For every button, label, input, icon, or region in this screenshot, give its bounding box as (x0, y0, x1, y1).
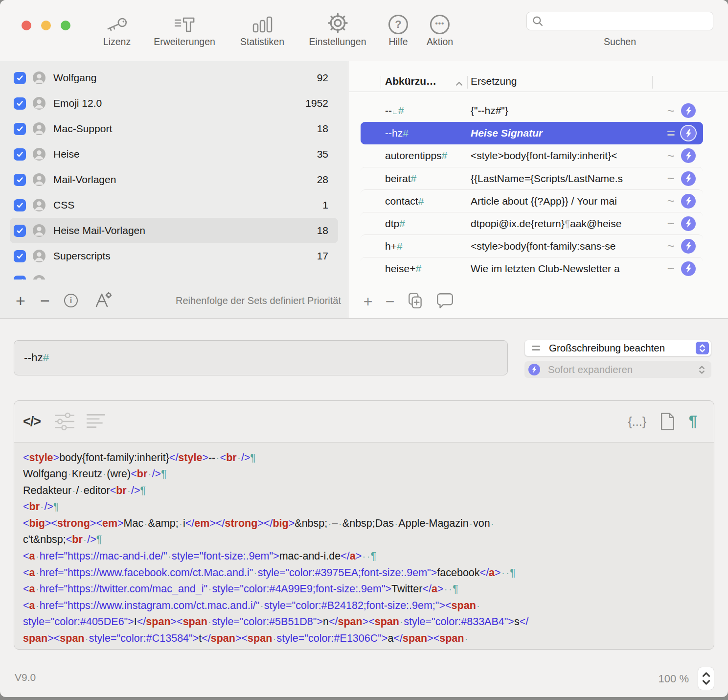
code-line: Wolfgang·Kreutz·(wre)<br·/>¶ (23, 466, 705, 483)
sort-ascending-icon (455, 79, 463, 88)
set-checkbox[interactable] (14, 225, 26, 237)
toolbar-item-action[interactable]: ••• Aktion (427, 11, 453, 47)
tilde-match-icon: ~ (663, 216, 679, 231)
abbreviation-text: -- (385, 105, 392, 116)
hash-marker: # (418, 195, 424, 207)
column-header-abbreviation[interactable]: Abkürzu… (385, 75, 436, 87)
set-row[interactable] (10, 269, 338, 280)
abbreviation-row[interactable]: h+#<style>body{font-family:sans-se~ (361, 234, 703, 257)
search-label: Suchen (526, 36, 713, 47)
search-input[interactable] (544, 16, 713, 26)
set-name: Heise (53, 148, 317, 160)
code-line: c't&nbsp;<br·/>¶ (23, 532, 705, 548)
set-checkbox[interactable] (14, 123, 26, 135)
set-info-button[interactable]: i (64, 294, 78, 307)
minimize-window-button[interactable] (41, 21, 51, 30)
abbreviation-value: --hz (24, 351, 43, 364)
code-line: <a·href="https://twitter.com/mac_and_i"·… (23, 581, 705, 598)
toolbar-item-extensions[interactable]: Erweiterungen (154, 11, 215, 47)
hash-marker: # (403, 127, 409, 139)
set-row[interactable]: CSS1 (10, 192, 338, 218)
pilcrow-marker: ¶ (565, 218, 570, 229)
code-line: span><span·style="color:#C13584">t</span… (23, 630, 705, 647)
abbreviation-text: heise+ (385, 263, 415, 274)
user-icon (33, 250, 46, 262)
comment-icon[interactable] (435, 292, 454, 311)
column-header-replacement[interactable]: Ersetzung (471, 75, 517, 87)
set-row[interactable]: Mac-Support18 (10, 116, 338, 141)
set-count: 28 (317, 174, 328, 186)
editor-toolbar: </> {...} ¶ (14, 401, 714, 443)
replacement-code[interactable]: <style>body{font-family:inherit}</style>… (14, 443, 714, 650)
case-mode-dropdown[interactable]: Großschreibung beachten (524, 340, 711, 356)
set-checkbox[interactable] (14, 148, 26, 161)
document-icon[interactable] (660, 412, 676, 431)
replacement-cell: dtpopi@ix.de{return}¶aak@heise (471, 218, 653, 230)
set-checkbox[interactable] (14, 250, 26, 262)
toolbar-label: Hilfe (388, 36, 408, 47)
toolbar-item-help[interactable]: ? Hilfe (388, 11, 408, 47)
zoom-stepper[interactable] (698, 667, 714, 690)
set-checkbox[interactable] (14, 97, 26, 110)
lightning-icon (681, 261, 696, 276)
user-icon (33, 148, 46, 161)
search-field[interactable] (526, 12, 713, 30)
set-row[interactable]: Superscripts17 (10, 243, 338, 269)
abbreviation-cell: heise+# (385, 263, 471, 275)
placeholder-braces-icon[interactable]: {...} (628, 415, 646, 429)
lightning-icon (681, 216, 696, 231)
align-text-icon[interactable] (86, 412, 106, 431)
remove-set-button[interactable]: − (40, 291, 50, 310)
abbreviation-text: --hz (385, 127, 403, 139)
abbreviation-input[interactable]: --hz# (14, 340, 508, 375)
set-store-icon[interactable] (93, 291, 112, 310)
abbreviations-panel: Abkürzu… Ersetzung --#{"--hz#"}~--hz#Hei… (349, 61, 728, 318)
tilde-match-icon: ~ (663, 239, 679, 253)
hash-marker: # (411, 173, 417, 184)
zoom-window-button[interactable] (61, 21, 70, 30)
abbreviation-row[interactable]: dtp#dtpopi@ix.de{return}¶aak@heise~ (361, 212, 703, 234)
set-row[interactable]: Heise Mail-Vorlagen18 (10, 218, 338, 243)
toolbar-item-settings[interactable]: Einstellungen (309, 11, 366, 47)
toolbar-item-license[interactable]: Lizenz (103, 11, 131, 47)
set-row[interactable]: Heise35 (10, 141, 338, 167)
add-abbreviation-button[interactable]: + (364, 293, 373, 311)
close-window-button[interactable] (22, 21, 31, 30)
abbreviation-row[interactable]: beirat#{{LastName={Scripts/LastName.s~ (361, 167, 703, 189)
set-name: Heise Mail-Vorlagen (53, 225, 317, 236)
hash-marker: # (415, 263, 421, 274)
abbreviation-row[interactable]: autorentipps#<style>body{font-family:inh… (361, 144, 703, 167)
code-line: <br·/>¶ (23, 499, 705, 515)
remove-abbreviation-button[interactable]: − (386, 293, 395, 311)
set-checkbox[interactable] (14, 276, 26, 280)
case-equals-icon (532, 344, 540, 352)
set-count: 1 (322, 199, 328, 211)
chevron-up-down-icon[interactable] (696, 342, 709, 354)
bar-chart-icon (240, 11, 284, 34)
expand-mode-dropdown[interactable]: Sofort expandieren (524, 361, 711, 378)
abbreviation-row[interactable]: contact#Article about {{?App}} / Your ma… (361, 189, 703, 212)
add-set-button[interactable]: + (16, 291, 25, 310)
tilde-match-icon: ~ (663, 171, 679, 186)
toolbar-label: Erweiterungen (154, 36, 215, 47)
set-row[interactable]: Mail-Vorlagen28 (10, 167, 338, 192)
toolbar-item-statistics[interactable]: Statistiken (240, 11, 284, 47)
duplicate-abbreviation-icon[interactable] (407, 292, 424, 311)
set-checkbox[interactable] (14, 199, 26, 211)
chevron-up-down-icon (698, 365, 705, 374)
html-mode-icon[interactable]: </> (23, 414, 41, 429)
toolbar-label: Statistiken (240, 36, 284, 47)
set-checkbox[interactable] (14, 72, 26, 84)
set-checkbox[interactable] (14, 174, 26, 186)
abbreviation-row[interactable]: heise+#Wie im letzten Club-Newsletter a~ (361, 257, 703, 280)
code-line: style="color:#405DE6">I</span><span·styl… (23, 614, 705, 630)
options-sliders-icon[interactable] (53, 411, 76, 432)
abbreviation-row[interactable]: --#{"--hz#"}~ (361, 99, 703, 122)
set-row[interactable]: Emoji 12.01952 (10, 91, 338, 116)
show-invisibles-icon[interactable]: ¶ (689, 413, 697, 430)
key-icon (103, 11, 131, 34)
set-row[interactable]: Wolfgang92 (10, 65, 338, 91)
replacement-cell: Heise Signatur (471, 127, 653, 139)
set-name: Emoji 12.0 (53, 97, 305, 109)
abbreviation-row[interactable]: --hz#Heise Signatur (361, 122, 703, 144)
